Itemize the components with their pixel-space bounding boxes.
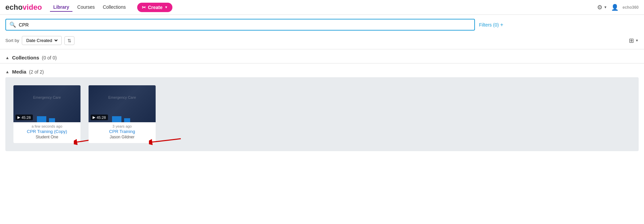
collections-count: (0 of 0) (42, 55, 57, 60)
thumbnail-2: Emergency Care ▶ 45:28 (89, 85, 156, 122)
card-time-1: a few seconds ago (16, 124, 78, 128)
thumb-badge-1: ▶ 45:28 (15, 115, 33, 120)
sort-select[interactable]: Date Created Title Duration Date Modifie… (25, 38, 59, 43)
media-chevron-icon: ▲ (5, 70, 9, 74)
filters-plus-icon: + (500, 22, 503, 28)
card-title-1[interactable]: CPR Training (Copy) (16, 129, 78, 134)
duration-2: 45:28 (97, 116, 106, 120)
collections-chevron-icon: ▲ (5, 55, 9, 60)
search-input[interactable] (19, 22, 471, 28)
media-section-header[interactable]: ▲ Media (2 of 2) (0, 63, 644, 77)
create-label: Create (148, 5, 163, 10)
card-info-2: 3 years ago CPR Training Jason Gildner (89, 122, 156, 142)
nav-courses[interactable]: Courses (74, 3, 98, 12)
sort-order-button[interactable]: ⇅ (64, 36, 74, 45)
view-toggle[interactable]: ⊞ ▼ (629, 37, 639, 44)
media-title: Media (12, 69, 26, 75)
thumbnail-1: Emergency Care ▶ 45:28 (13, 85, 80, 122)
video-card-1[interactable]: Emergency Care ▶ 45:28 a few seconds ago… (13, 85, 80, 143)
header-right: ⚙▼ 👤 echo360 (597, 4, 639, 11)
logo-video: video (22, 3, 42, 12)
search-box: 🔍 (5, 19, 475, 31)
settings-icon[interactable]: ⚙▼ (597, 4, 607, 11)
filters-button[interactable]: Filters (0) + (479, 22, 503, 28)
card-time-2: 3 years ago (91, 124, 153, 128)
media-count: (2 of 2) (29, 69, 44, 75)
filters-label: Filters (0) (479, 22, 499, 28)
main-nav: Library Courses Collections (50, 3, 129, 12)
logo-echo: echo (5, 3, 22, 12)
blue-bar2-2 (124, 118, 130, 122)
card-title-2[interactable]: CPR Training (91, 129, 153, 134)
card-info-1: a few seconds ago CPR Training (Copy) St… (13, 122, 80, 142)
nav-library[interactable]: Library (50, 3, 72, 12)
create-chevron-icon: ▼ (165, 5, 168, 9)
create-button[interactable]: ✂ Create ▼ (137, 3, 173, 12)
echo-brand: echo360 (623, 5, 639, 10)
nav-collections[interactable]: Collections (99, 3, 129, 12)
sort-by-label: Sort by (5, 38, 19, 43)
logo[interactable]: echovideo (5, 3, 42, 12)
play-icon-1: ▶ (17, 115, 20, 120)
svg-line-3 (152, 139, 181, 142)
thumb-badge-2: ▶ 45:28 (91, 115, 108, 120)
play-icon-2: ▶ (93, 115, 95, 120)
sort-select-container[interactable]: Date Created Title Duration Date Modifie… (22, 36, 62, 45)
video-card-2[interactable]: Emergency Care ▶ 45:28 3 years ago CPR T… (89, 85, 156, 143)
search-icon: 🔍 (9, 21, 16, 28)
thumb-text-2: Emergency Care (108, 95, 136, 99)
create-icon: ✂ (142, 5, 146, 10)
collections-section-header[interactable]: ▲ Collections (0 of 0) (0, 49, 644, 63)
grid-view-icon: ⊞ (629, 37, 634, 44)
view-chevron-icon: ▼ (635, 39, 639, 42)
blue-bar-1 (37, 116, 46, 122)
blue-bar-2 (112, 116, 121, 122)
card-author-2: Jason Gildner (91, 135, 153, 139)
thumb-text-1: Emergency Care (33, 95, 61, 99)
header: echovideo Library Courses Collections ✂ … (0, 0, 644, 15)
user-icon[interactable]: 👤 (611, 4, 619, 11)
blue-bar2-1 (49, 118, 55, 122)
duration-1: 45:28 (21, 116, 31, 120)
media-grid: Emergency Care ▶ 45:28 a few seconds ago… (5, 77, 639, 151)
search-area: 🔍 Filters (0) + (0, 15, 644, 35)
card-author-1: Student One (16, 135, 78, 139)
collections-title: Collections (12, 55, 39, 60)
sort-bar: Sort by Date Created Title Duration Date… (0, 35, 644, 49)
